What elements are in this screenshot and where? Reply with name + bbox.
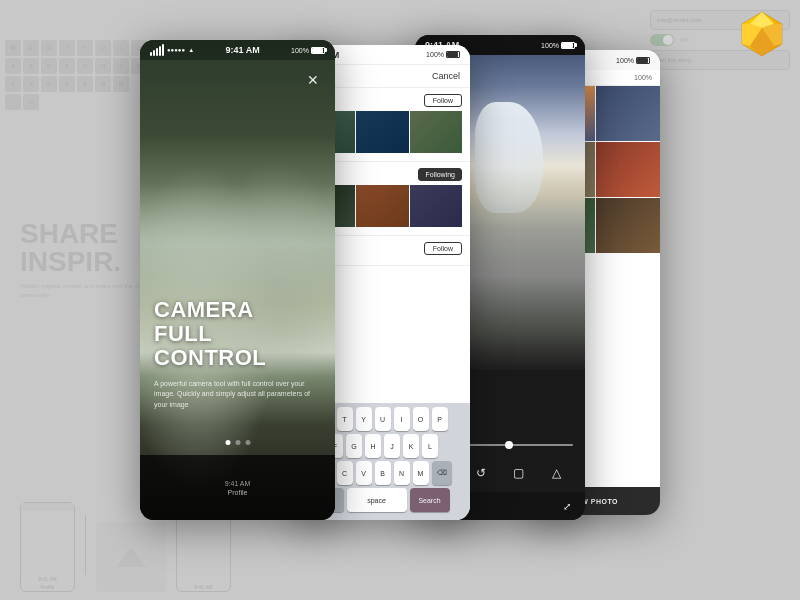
slider-thumb[interactable] xyxy=(505,441,513,449)
camera-text-block: CAMERA FULL CONTROL A powerful camera to… xyxy=(154,298,321,410)
phone1-profile-label: Profile xyxy=(228,489,248,496)
key-K[interactable]: K xyxy=(403,434,419,458)
page-dots xyxy=(225,440,250,445)
phone1-bottom-content: 9:41 AM Profile xyxy=(225,480,251,496)
follow-button-3[interactable]: Follow xyxy=(424,242,462,255)
bg-key: A xyxy=(5,58,21,74)
bg-key: R xyxy=(41,40,57,56)
key-J[interactable]: J xyxy=(384,434,400,458)
key-C[interactable]: C xyxy=(337,461,353,485)
grid-photo-6 xyxy=(410,185,462,227)
key-T[interactable]: T xyxy=(337,407,353,431)
key-V[interactable]: V xyxy=(356,461,372,485)
bg-phone-label-2: 9:41 AM xyxy=(177,583,230,591)
sketch-icon xyxy=(736,8,788,60)
key-B[interactable]: B xyxy=(375,461,391,485)
key-M[interactable]: M xyxy=(413,461,429,485)
bg-key: B xyxy=(77,76,93,92)
grid-photo-3 xyxy=(410,111,462,153)
bg-key: G xyxy=(77,58,93,74)
following-button[interactable]: Following xyxy=(418,168,462,181)
bg-email-text: info@anrikit.com xyxy=(657,17,702,23)
phone2-battery: 100% xyxy=(426,51,460,58)
photo-header-signal: 100% xyxy=(634,74,652,81)
bg-key: T xyxy=(59,40,75,56)
key-O[interactable]: O xyxy=(413,407,429,431)
bg-key: D xyxy=(41,58,57,74)
bg-key: ⌃ xyxy=(5,94,21,110)
bg-key: X xyxy=(23,76,39,92)
bg-key: N xyxy=(95,76,111,92)
bg-key: S xyxy=(23,58,39,74)
key-N[interactable]: N xyxy=(394,461,410,485)
grid-photo-5 xyxy=(356,185,408,227)
close-button[interactable]: ✕ xyxy=(303,70,323,90)
search-key[interactable]: Search xyxy=(410,488,450,512)
grid-photo-mountain xyxy=(596,86,661,141)
bg-key: M xyxy=(113,76,129,92)
bg-key: V xyxy=(59,76,75,92)
key-Y[interactable]: Y xyxy=(356,407,372,431)
key-G[interactable]: G xyxy=(346,434,362,458)
snow-cap xyxy=(475,102,543,212)
key-P[interactable]: P xyxy=(432,407,448,431)
page-dot-1 xyxy=(225,440,230,445)
camera-title: CAMERA FULL CONTROL xyxy=(154,298,321,371)
key-H[interactable]: H xyxy=(365,434,381,458)
bg-next-label: Next xyxy=(650,78,790,84)
bg-key: Z xyxy=(5,76,21,92)
phone4-battery: 100% xyxy=(616,57,650,64)
bg-toggle-knob xyxy=(663,35,673,45)
bg-story-text: Tell the story... xyxy=(657,57,695,63)
bg-key: W xyxy=(5,40,21,56)
bg-key: F xyxy=(59,58,75,74)
bg-key: ⌥ xyxy=(23,94,39,110)
bg-key: E xyxy=(23,40,39,56)
bg-phone-status xyxy=(21,503,74,511)
bg-key: U xyxy=(95,40,111,56)
shape-icon[interactable]: △ xyxy=(546,463,566,483)
phone1-bottom-bar: 9:41 AM Profile xyxy=(140,455,335,520)
grid-photo-bear xyxy=(596,198,661,253)
bg-phone-content xyxy=(21,511,74,575)
follow-button-1[interactable]: Follow xyxy=(424,94,462,107)
bg-ok-label: OK xyxy=(680,37,689,43)
key-U[interactable]: U xyxy=(375,407,391,431)
fog-layer xyxy=(140,184,335,304)
camera-description: A powerful camera tool with full control… xyxy=(154,379,321,411)
new-photo-label: W PHOTO xyxy=(581,498,618,505)
bg-key: H xyxy=(95,58,111,74)
page-dot-2 xyxy=(235,440,240,445)
key-I[interactable]: I xyxy=(394,407,410,431)
bg-inspire-word: INSPIR. xyxy=(20,248,160,276)
camera-bg: ●●●●● ▲ 9:41 AM 100% ✕ CAMERA FULL CONT xyxy=(140,40,335,520)
bg-share-word: SHARE xyxy=(20,220,160,248)
phone3-battery: 100% xyxy=(541,42,575,49)
bg-phone-sublabel: Profile xyxy=(21,583,74,591)
expand-icon[interactable]: ⤢ xyxy=(563,501,571,512)
rotate-icon[interactable]: ↺ xyxy=(471,463,491,483)
key-space[interactable]: space xyxy=(347,488,407,512)
key-delete[interactable]: ⌫ xyxy=(432,461,452,485)
phones-container: 9:41 AM 100% 100% + xyxy=(140,30,660,570)
grid-photo-2 xyxy=(356,111,408,153)
bg-key: C xyxy=(41,76,57,92)
grid-photo-bridge xyxy=(596,142,661,197)
bg-phone-label: 9:41 AM xyxy=(21,575,74,583)
camera-title-line2: FULL CONTROL xyxy=(154,322,321,370)
bg-share-text: SHARE INSPIR. Publish original content a… xyxy=(20,220,160,300)
crop-icon[interactable]: ▢ xyxy=(509,463,529,483)
page-dot-3 xyxy=(245,440,250,445)
bg-key: J xyxy=(113,58,129,74)
bg-separator xyxy=(85,515,86,575)
bg-description: Publish original content and share with … xyxy=(20,282,160,300)
bg-phone-1: 9:41 AM Profile xyxy=(20,502,75,592)
phone-screen-1: ●●●●● ▲ 9:41 AM 100% ✕ CAMERA FULL CONT xyxy=(140,40,335,520)
phone1-bottom-time: 9:41 AM xyxy=(225,480,251,487)
bg-key: Y xyxy=(77,40,93,56)
cancel-button[interactable]: Cancel xyxy=(432,71,460,81)
camera-title-line1: CAMERA xyxy=(154,298,321,322)
contrast-slider[interactable] xyxy=(459,444,573,446)
bg-key: I xyxy=(113,40,129,56)
key-L[interactable]: L xyxy=(422,434,438,458)
